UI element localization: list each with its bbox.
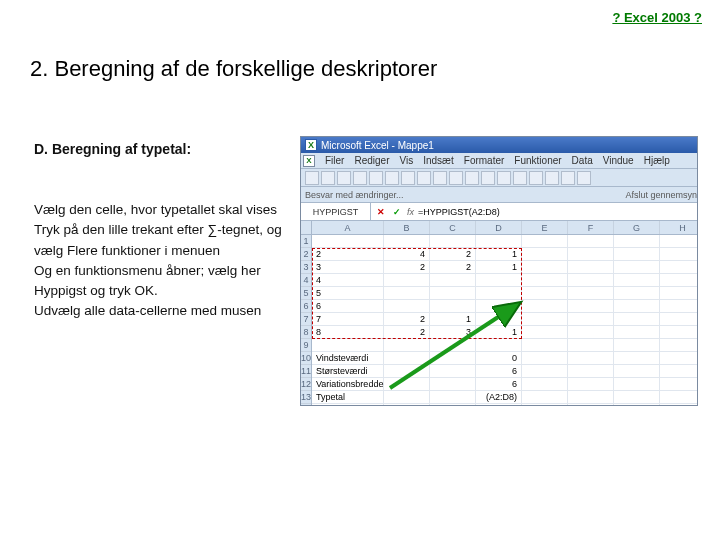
cell[interactable]: 3 bbox=[312, 261, 384, 274]
column-header[interactable]: F bbox=[568, 221, 614, 234]
toolbar-button[interactable] bbox=[305, 171, 319, 185]
menu-vindue[interactable]: Vindue bbox=[603, 155, 634, 166]
cell[interactable] bbox=[522, 248, 568, 261]
cell[interactable]: 2 bbox=[384, 326, 430, 339]
cell[interactable] bbox=[660, 313, 698, 326]
cell[interactable] bbox=[476, 300, 522, 313]
cell[interactable] bbox=[568, 300, 614, 313]
cell[interactable]: 7 bbox=[312, 313, 384, 326]
menu-hjaelp[interactable]: Hjælp bbox=[644, 155, 670, 166]
cell[interactable] bbox=[568, 365, 614, 378]
cell[interactable] bbox=[660, 365, 698, 378]
cell[interactable] bbox=[660, 287, 698, 300]
cell[interactable] bbox=[614, 378, 660, 391]
row-header[interactable]: 6 bbox=[301, 300, 311, 313]
cell[interactable]: 2 bbox=[312, 248, 384, 261]
cell[interactable]: 8 bbox=[312, 326, 384, 339]
cancel-formula-icon[interactable]: ✕ bbox=[375, 206, 387, 218]
cell[interactable] bbox=[522, 313, 568, 326]
cell[interactable]: Vindsteværdi bbox=[312, 352, 384, 365]
toolbar-button[interactable] bbox=[465, 171, 479, 185]
cell[interactable] bbox=[476, 235, 522, 248]
toolbar-button[interactable] bbox=[321, 171, 335, 185]
cell[interactable] bbox=[568, 261, 614, 274]
row-header[interactable]: 9 bbox=[301, 339, 311, 352]
cell[interactable] bbox=[430, 352, 476, 365]
cell[interactable]: 1 bbox=[476, 261, 522, 274]
cell[interactable] bbox=[476, 339, 522, 352]
cell[interactable] bbox=[476, 404, 522, 406]
cell[interactable]: 5 bbox=[312, 287, 384, 300]
cell[interactable] bbox=[476, 287, 522, 300]
cell[interactable] bbox=[660, 235, 698, 248]
cell[interactable] bbox=[384, 339, 430, 352]
cell[interactable] bbox=[614, 326, 660, 339]
toolbar-button[interactable] bbox=[561, 171, 575, 185]
cell[interactable] bbox=[614, 235, 660, 248]
select-all-corner[interactable] bbox=[301, 221, 311, 235]
cell[interactable] bbox=[614, 248, 660, 261]
cell[interactable] bbox=[568, 274, 614, 287]
cell[interactable] bbox=[614, 365, 660, 378]
toolbar-button[interactable] bbox=[417, 171, 431, 185]
cell[interactable] bbox=[522, 235, 568, 248]
cell[interactable] bbox=[522, 378, 568, 391]
cell[interactable]: 2 bbox=[430, 248, 476, 261]
cell[interactable] bbox=[660, 339, 698, 352]
cell[interactable]: 1 bbox=[476, 326, 522, 339]
row-header[interactable]: 12 bbox=[301, 378, 311, 391]
column-header[interactable]: G bbox=[614, 221, 660, 234]
row-header[interactable]: 1 bbox=[301, 235, 311, 248]
cell[interactable] bbox=[568, 235, 614, 248]
cell[interactable]: Variationsbredde bbox=[312, 378, 384, 391]
row-header[interactable]: 3 bbox=[301, 261, 311, 274]
column-header[interactable]: C bbox=[430, 221, 476, 234]
cell[interactable] bbox=[660, 352, 698, 365]
cell[interactable] bbox=[614, 404, 660, 406]
cell[interactable]: 6 bbox=[476, 365, 522, 378]
toolbar-button[interactable] bbox=[337, 171, 351, 185]
cell[interactable] bbox=[568, 391, 614, 404]
cell[interactable]: 2 bbox=[384, 261, 430, 274]
cell[interactable] bbox=[384, 391, 430, 404]
excel-2003-link[interactable]: ? Excel 2003 ? bbox=[612, 10, 702, 25]
cell[interactable]: Typetal bbox=[312, 391, 384, 404]
cell[interactable] bbox=[614, 261, 660, 274]
cell[interactable] bbox=[614, 391, 660, 404]
cell[interactable]: 6 bbox=[312, 300, 384, 313]
cell[interactable]: 4 bbox=[312, 274, 384, 287]
cell[interactable] bbox=[384, 404, 430, 406]
row-header[interactable]: 4 bbox=[301, 274, 311, 287]
row-header[interactable]: 11 bbox=[301, 365, 311, 378]
cell[interactable] bbox=[568, 352, 614, 365]
cell[interactable] bbox=[522, 365, 568, 378]
menu-filer[interactable]: Filer bbox=[325, 155, 344, 166]
menu-data[interactable]: Data bbox=[572, 155, 593, 166]
cell[interactable] bbox=[614, 274, 660, 287]
cell[interactable] bbox=[660, 274, 698, 287]
cell[interactable] bbox=[568, 287, 614, 300]
cell[interactable] bbox=[430, 300, 476, 313]
cell[interactable] bbox=[430, 274, 476, 287]
toolbar-button[interactable] bbox=[497, 171, 511, 185]
cell[interactable] bbox=[522, 300, 568, 313]
cell[interactable] bbox=[384, 287, 430, 300]
row-header[interactable]: 8 bbox=[301, 326, 311, 339]
row-header[interactable]: 5 bbox=[301, 287, 311, 300]
cell[interactable] bbox=[476, 274, 522, 287]
cell[interactable]: 2 bbox=[384, 313, 430, 326]
row-header[interactable]: 2 bbox=[301, 248, 311, 261]
cell[interactable] bbox=[660, 378, 698, 391]
cell[interactable]: 0 bbox=[476, 352, 522, 365]
cell[interactable] bbox=[568, 378, 614, 391]
toolbar-button[interactable] bbox=[369, 171, 383, 185]
menu-rediger[interactable]: Rediger bbox=[354, 155, 389, 166]
cell[interactable] bbox=[522, 261, 568, 274]
row-header[interactable]: 10 bbox=[301, 352, 311, 365]
toolbar-button[interactable] bbox=[401, 171, 415, 185]
cell[interactable] bbox=[568, 339, 614, 352]
cell[interactable] bbox=[614, 287, 660, 300]
cell[interactable] bbox=[384, 274, 430, 287]
menu-formater[interactable]: Formater bbox=[464, 155, 505, 166]
cell[interactable]: 1 bbox=[476, 248, 522, 261]
